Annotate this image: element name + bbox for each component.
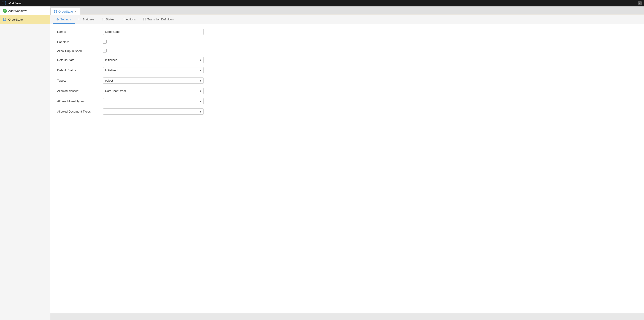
enabled-label: Enabled:	[57, 39, 103, 44]
default-state-select[interactable]: Initialized	[103, 57, 204, 63]
allowed-asset-types-control-wrap: ▼	[103, 98, 204, 104]
tab-states[interactable]: States	[98, 15, 118, 24]
sidebar-item-orderstate[interactable]: OrderState	[0, 15, 50, 24]
default-status-select[interactable]: Initialized	[103, 67, 204, 73]
add-workflow-button[interactable]: + Add Workflow	[0, 7, 50, 15]
types-control-wrap: object ▼	[103, 77, 204, 84]
allow-unpublished-checkbox[interactable]	[103, 49, 107, 53]
tab-transition-definition-label: Transition Definition	[148, 18, 174, 21]
inner-tab-strip: ⚙ Settings Statuses	[50, 15, 644, 24]
enabled-checkbox[interactable]	[103, 40, 107, 44]
form-row-default-state: Default State: Initialized ▼	[57, 57, 637, 63]
states-icon	[102, 18, 105, 21]
add-workflow-label: Add Workflow	[8, 9, 26, 13]
svg-point-24	[78, 18, 80, 19]
main-content: OrderState × ⚙ Settings	[50, 7, 644, 320]
form-row-allow-unpublished: Allow Unpublished:	[57, 48, 637, 53]
doc-tab-label: OrderState	[58, 10, 73, 13]
titlebar-close-button[interactable]: ×	[638, 1, 642, 5]
svg-point-49	[145, 18, 146, 19]
form-row-name: Name:	[57, 29, 637, 35]
sidebar-item-label: OrderState	[8, 18, 23, 21]
allowed-classes-select-wrap: CoreShopOrder ▼	[103, 88, 204, 94]
allowed-asset-types-label: Allowed Asset Types:	[57, 98, 103, 103]
tab-transition-definition[interactable]: Transition Definition	[139, 15, 177, 24]
form-row-default-status: Default Status: Initialized ▼	[57, 67, 637, 73]
titlebar-title: Workflows	[8, 2, 22, 5]
name-control-wrap	[103, 29, 204, 35]
svg-point-26	[78, 20, 80, 21]
svg-point-18	[54, 12, 55, 13]
default-state-select-wrap: Initialized ▼	[103, 57, 204, 63]
svg-point-2	[2, 4, 4, 5]
name-label: Name:	[57, 29, 103, 34]
allowed-classes-control-wrap: CoreShopOrder ▼	[103, 88, 204, 94]
svg-point-17	[56, 10, 57, 11]
default-state-control-wrap: Initialized ▼	[103, 57, 204, 63]
tab-statuses-label: Statuses	[82, 18, 94, 21]
svg-point-41	[124, 18, 125, 19]
tab-actions[interactable]: Actions	[118, 15, 139, 24]
default-status-label: Default Status:	[57, 67, 103, 72]
tab-states-label: States	[106, 18, 114, 21]
allowed-classes-select[interactable]: CoreShopOrder	[103, 88, 204, 94]
svg-point-27	[80, 20, 82, 21]
name-input[interactable]	[103, 29, 204, 35]
allowed-document-types-select-wrap: ▼	[103, 108, 204, 115]
svg-point-16	[54, 10, 55, 11]
allowed-document-types-select[interactable]	[103, 108, 204, 115]
bottom-bar	[50, 313, 644, 320]
svg-point-9	[5, 18, 6, 19]
form-row-allowed-document-types: Allowed Document Types: ▼	[57, 108, 637, 115]
statuses-icon	[78, 18, 82, 21]
types-select-wrap: object ▼	[103, 77, 204, 84]
default-state-label: Default State:	[57, 57, 103, 62]
app-layout: + Add Workflow OrderState	[0, 7, 644, 320]
allowed-document-types-control-wrap: ▼	[103, 108, 204, 115]
default-status-select-wrap: Initialized ▼	[103, 67, 204, 73]
allowed-classes-label: Allowed classes:	[57, 88, 103, 93]
tab-settings[interactable]: ⚙ Settings	[53, 15, 74, 24]
svg-point-50	[143, 20, 144, 21]
workflow-dots-icon	[3, 18, 6, 22]
form-row-types: Types: object ▼	[57, 77, 637, 84]
svg-point-42	[122, 20, 123, 21]
tab-settings-label: Settings	[60, 18, 71, 21]
svg-point-19	[56, 12, 57, 13]
svg-point-34	[102, 20, 102, 21]
tab-actions-label: Actions	[126, 18, 136, 21]
svg-point-32	[102, 18, 102, 19]
svg-point-40	[122, 18, 123, 19]
svg-point-3	[5, 4, 6, 5]
workflow-icon	[2, 1, 6, 6]
allowed-document-types-label: Allowed Document Types:	[57, 108, 103, 113]
form-row-enabled: Enabled:	[57, 39, 637, 44]
types-select[interactable]: object	[103, 77, 204, 84]
doc-tab-close-button[interactable]: ×	[74, 10, 77, 13]
doc-tab-orderstate[interactable]: OrderState ×	[50, 8, 80, 15]
svg-point-33	[104, 18, 104, 19]
transition-definition-icon	[143, 18, 146, 21]
form-row-allowed-asset-types: Allowed Asset Types: ▼	[57, 98, 637, 104]
titlebar: Workflows ×	[0, 0, 644, 7]
svg-point-43	[124, 20, 125, 21]
sidebar: + Add Workflow OrderState	[0, 7, 50, 320]
svg-point-10	[3, 20, 4, 21]
tab-statuses[interactable]: Statuses	[74, 15, 98, 24]
allow-unpublished-label: Allow Unpublished:	[57, 48, 103, 53]
svg-point-11	[5, 20, 6, 21]
actions-icon	[122, 18, 125, 21]
form-row-allowed-classes: Allowed classes: CoreShopOrder ▼	[57, 88, 637, 94]
svg-point-51	[145, 20, 146, 21]
svg-point-8	[3, 18, 4, 19]
svg-point-1	[5, 1, 6, 2]
add-icon: +	[3, 9, 7, 13]
settings-icon: ⚙	[56, 18, 59, 21]
doc-tab-icon	[54, 10, 57, 14]
types-label: Types:	[57, 77, 103, 82]
allowed-asset-types-select[interactable]	[103, 98, 204, 104]
default-status-control-wrap: Initialized ▼	[103, 67, 204, 73]
form-panel: Name: Enabled: Allow Unpublished: Defaul…	[50, 24, 644, 313]
allowed-asset-types-select-wrap: ▼	[103, 98, 204, 104]
svg-point-25	[80, 18, 82, 19]
